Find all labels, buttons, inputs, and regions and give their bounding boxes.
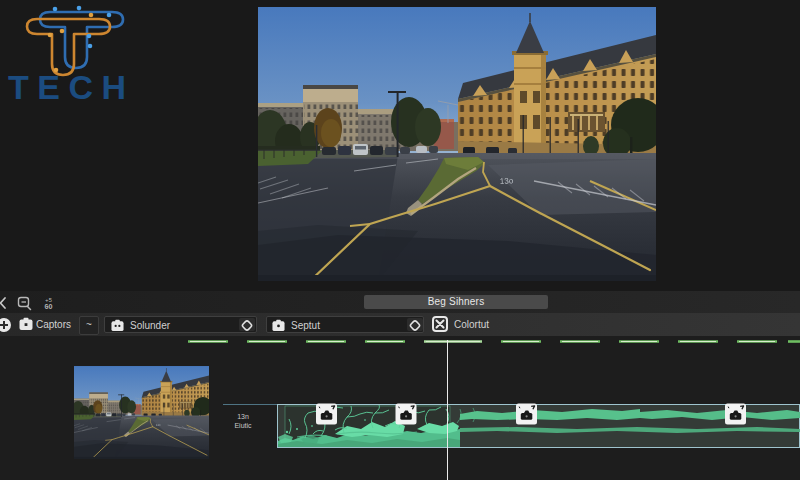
svg-text:GO: GO: [45, 304, 53, 311]
svg-text:TECH: TECH: [8, 68, 135, 104]
